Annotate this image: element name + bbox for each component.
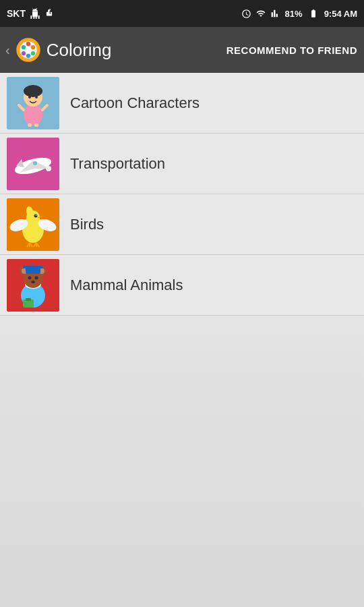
- battery-icon: [307, 9, 320, 18]
- status-bar: SKT 81% 9:54 AM: [0, 0, 364, 27]
- cartoon-characters-label: Cartoon Characters: [70, 94, 200, 112]
- mammal-thumbnail: [7, 259, 59, 312]
- svg-point-31: [34, 214, 38, 217]
- birds-label: Birds: [70, 216, 104, 233]
- signal-icon: [270, 9, 281, 18]
- svg-point-50: [35, 276, 38, 279]
- svg-point-32: [36, 214, 37, 216]
- svg-point-25: [46, 166, 51, 171]
- svg-rect-17: [28, 123, 32, 127]
- palette-icon: [16, 37, 41, 63]
- birds-thumbnail: [7, 198, 59, 251]
- status-left: SKT: [7, 8, 54, 19]
- battery-label: 81%: [285, 9, 303, 19]
- wifi-icon: [255, 9, 266, 18]
- svg-point-13: [28, 96, 31, 98]
- cartoon-thumbnail: [7, 77, 59, 129]
- category-list: Cartoon Characters Transportation: [0, 73, 364, 316]
- transportation-label: Transportation: [70, 155, 165, 173]
- svg-point-2: [26, 42, 30, 46]
- svg-point-8: [25, 47, 32, 53]
- svg-point-10: [24, 104, 42, 125]
- list-item[interactable]: Birds: [0, 194, 364, 255]
- svg-point-12: [24, 85, 42, 97]
- svg-rect-53: [23, 266, 43, 268]
- svg-point-49: [28, 276, 32, 279]
- list-item[interactable]: Cartoon Characters: [0, 73, 364, 134]
- list-item[interactable]: Transportation: [0, 134, 364, 194]
- time-label: 9:54 AM: [324, 9, 357, 19]
- status-right: 81% 9:54 AM: [241, 9, 357, 19]
- list-item[interactable]: Mammal Animals: [0, 255, 364, 316]
- back-chevron-icon[interactable]: ‹: [5, 42, 10, 58]
- svg-rect-18: [34, 123, 38, 127]
- svg-rect-55: [26, 298, 31, 301]
- clock-icon: [241, 9, 251, 19]
- svg-point-51: [31, 281, 35, 283]
- usb-icon: [44, 8, 54, 19]
- main-content-area: [0, 316, 364, 607]
- svg-point-24: [33, 161, 37, 165]
- android-icon: [30, 8, 40, 19]
- svg-point-4: [30, 51, 34, 55]
- svg-point-6: [22, 51, 26, 55]
- recommend-to-friend-button[interactable]: RECOMMEND TO FRIEND: [226, 45, 357, 56]
- carrier-label: SKT: [7, 8, 26, 19]
- svg-point-5: [26, 54, 30, 58]
- mammal-animals-label: Mammal Animals: [70, 277, 183, 294]
- app-title: Coloring: [47, 40, 112, 61]
- app-header: ‹ Coloring RECOMMEND TO FRIEND: [0, 27, 364, 73]
- header-left: ‹ Coloring: [5, 37, 112, 63]
- transportation-thumbnail: [7, 138, 59, 190]
- svg-point-14: [35, 96, 38, 98]
